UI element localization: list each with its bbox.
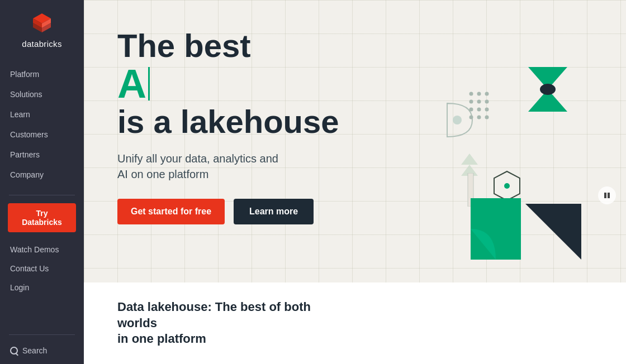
svg-rect-26	[604, 193, 606, 198]
bottom-text-line2: in one platform	[117, 332, 206, 346]
svg-point-5	[453, 116, 462, 124]
search-button[interactable]: Search	[0, 341, 84, 364]
search-label: Search	[22, 346, 47, 355]
bottom-section-text: Data lakehouse: The best of both worlds …	[117, 299, 341, 347]
sidebar-bottom: Search	[0, 334, 84, 364]
sidebar-item-login[interactable]: Login	[0, 278, 84, 297]
svg-rect-25	[471, 198, 521, 260]
svg-point-16	[477, 116, 481, 119]
logo-text: databricks	[22, 39, 61, 49]
svg-point-10	[477, 100, 481, 104]
pause-button[interactable]	[598, 186, 616, 204]
svg-point-12	[470, 108, 473, 112]
decorative-shapes	[402, 33, 604, 282]
sidebar-item-watch-demos[interactable]: Watch Demos	[0, 240, 84, 259]
hero-title-line3: is a lakehouse	[117, 104, 430, 140]
sidebar-item-partners[interactable]: Partners	[0, 145, 84, 165]
sidebar-divider-1	[9, 195, 75, 195]
cursor-blink	[148, 67, 150, 100]
main-content: The best A is a lakehouse Unify all your…	[84, 0, 626, 364]
dot-grid	[467, 89, 495, 123]
svg-point-8	[485, 92, 489, 96]
hexagon-shape	[493, 170, 521, 202]
svg-point-24	[504, 183, 510, 189]
triangle-shape	[461, 154, 478, 176]
hero-subtitle-line2: AI on one platform	[117, 168, 208, 180]
hero-subtitle-line1: Unify all your data, analytics and	[117, 152, 278, 165]
svg-point-6	[470, 92, 473, 96]
green-square	[471, 198, 521, 260]
hero-subtitle: Unify all your data, analytics and AI on…	[117, 151, 352, 182]
svg-point-13	[477, 108, 481, 112]
learn-more-button[interactable]: Learn more	[234, 199, 314, 224]
bottom-text-line1: Data lakehouse: The best of both worlds	[117, 300, 311, 330]
hero-ai-letter: A	[117, 64, 146, 104]
hero-section: The best A is a lakehouse Unify all your…	[84, 0, 626, 282]
hero-buttons: Get started for free Learn more	[117, 199, 430, 224]
svg-point-11	[485, 100, 489, 104]
sidebar-nav: Platform Solutions Learn Customers Partn…	[0, 59, 84, 190]
databricks-logo-icon	[30, 11, 54, 36]
svg-point-19	[540, 84, 556, 95]
svg-point-14	[485, 108, 489, 112]
hero-title-ai: A	[117, 64, 430, 104]
logo-area: databricks	[0, 0, 84, 59]
bottom-section: Data lakehouse: The best of both worlds …	[84, 282, 626, 364]
search-icon	[10, 347, 18, 355]
get-started-button[interactable]: Get started for free	[117, 199, 225, 224]
sidebar-item-learn[interactable]: Learn	[0, 104, 84, 124]
sidebar-item-customers[interactable]: Customers	[0, 124, 84, 145]
hero-title-line1: The best	[117, 28, 430, 64]
sidebar-item-company[interactable]: Company	[0, 165, 84, 185]
pause-icon	[603, 191, 611, 199]
hero-text-block: The best A is a lakehouse Unify all your…	[117, 28, 430, 224]
svg-rect-27	[608, 193, 610, 198]
dark-wedge	[525, 204, 581, 260]
sidebar-item-contact-us[interactable]: Contact Us	[0, 259, 84, 278]
sidebar-item-platform[interactable]: Platform	[0, 64, 84, 84]
hourglass-shape	[520, 61, 576, 117]
sidebar-bottom-divider	[9, 334, 75, 335]
svg-point-9	[470, 100, 473, 104]
sidebar-item-solutions[interactable]: Solutions	[0, 84, 84, 104]
svg-marker-20	[461, 154, 478, 165]
try-databricks-button[interactable]: Try Databricks	[8, 203, 76, 232]
svg-point-15	[470, 116, 473, 119]
sidebar: databricks Platform Solutions Learn Cust…	[0, 0, 84, 364]
svg-point-7	[477, 92, 481, 96]
svg-point-17	[485, 116, 489, 119]
